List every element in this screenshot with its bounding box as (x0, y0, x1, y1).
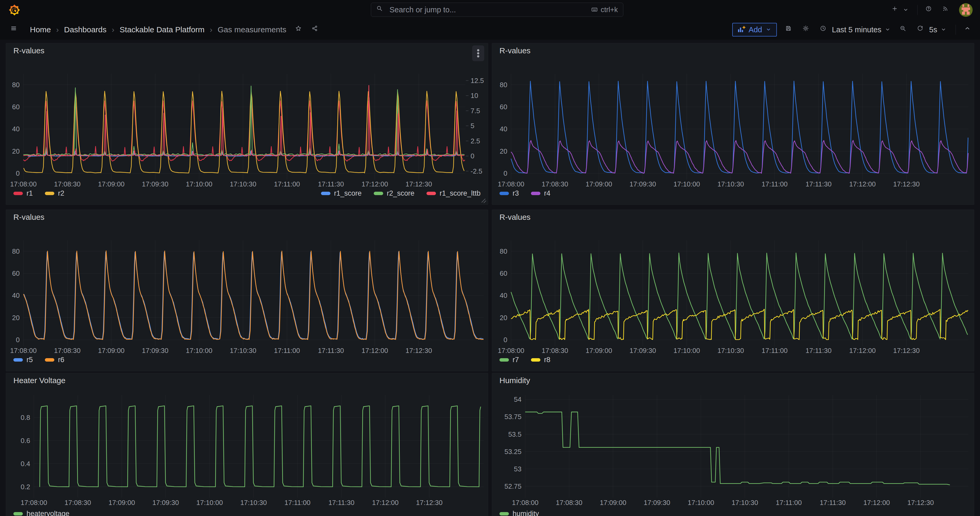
y-axis-tick-label: 60 (12, 269, 20, 277)
breadcrumb-dashboards[interactable]: Dashboards (64, 25, 107, 34)
x-axis-tick-label: 17:12:00 (849, 347, 876, 355)
y-axis-tick-label: 80 (12, 247, 20, 255)
share-button[interactable] (312, 25, 320, 34)
y-axis-tick-label: 80 (500, 247, 508, 255)
x-axis-tick-label: 17:08:00 (512, 498, 538, 506)
time-series-plot: 02040608017:08:0017:08:3017:09:0017:09:3… (6, 210, 488, 371)
legend-item-r3[interactable]: r3 (500, 190, 519, 197)
save-dashboard-button[interactable] (785, 25, 794, 34)
favorite-star-button[interactable] (295, 25, 304, 34)
y-axis-tick-label: 0 (16, 336, 20, 344)
new-button[interactable] (892, 5, 909, 14)
series-line-heatervoltage (40, 406, 481, 487)
breadcrumb-current[interactable]: Gas measurements (218, 25, 286, 34)
legend-color-pill (531, 358, 540, 362)
legend-item-r2_score[interactable]: r2_score (374, 190, 414, 197)
breadcrumb-home[interactable]: Home (30, 25, 51, 34)
legend-item-heatervoltage[interactable]: heatervoltage (13, 510, 70, 516)
y-axis-tick-label: 0 (504, 336, 508, 344)
right-y-axis-tick-label: 10 (471, 92, 478, 100)
x-axis-tick-label: 17:11:30 (819, 498, 846, 506)
legend-item-r6[interactable]: r6 (45, 356, 64, 364)
save-icon (785, 25, 794, 34)
legend-color-pill (500, 512, 509, 516)
legend-item-r1_score[interactable]: r1_score (321, 190, 362, 197)
x-axis-tick-label: 17:11:30 (318, 347, 344, 355)
chevron-down-icon (940, 26, 947, 33)
x-axis-tick-label: 17:08:30 (542, 347, 568, 355)
x-axis-tick-label: 17:10:00 (687, 498, 714, 506)
y-axis-tick-label: 53.75 (504, 413, 522, 421)
panel-legend: r7r8 (500, 356, 967, 364)
y-axis-tick-label: 0.6 (21, 437, 30, 444)
dashboard-grid: R-values020406080-2.502.557.51012.517:08… (0, 40, 980, 516)
right-y-axis-tick-label: 12.5 (471, 77, 484, 84)
y-axis-tick-label: 40 (500, 291, 508, 299)
x-axis-tick-label: 17:10:30 (732, 498, 758, 506)
x-axis-tick-label: 17:11:30 (328, 498, 354, 506)
series-line-r4 (511, 140, 968, 174)
grafana-logo[interactable] (8, 4, 21, 16)
x-axis-tick-label: 17:09:00 (108, 498, 135, 506)
legend-item-humidity[interactable]: humidity (500, 510, 539, 516)
search-placeholder: Search or jump to... (390, 5, 591, 14)
help-button[interactable] (926, 5, 934, 14)
x-axis-tick-label: 17:08:30 (54, 347, 81, 355)
legend-item-r1_score_lttb[interactable]: r1_score_lttb (426, 190, 480, 197)
right-y-axis-tick-label: 2.5 (471, 137, 480, 145)
legend-item-r1[interactable]: r1 (13, 190, 33, 197)
legend-item-r2[interactable]: r2 (45, 190, 64, 197)
x-axis-tick-label: 17:08:00 (10, 347, 37, 355)
time-series-plot: 02040608017:08:0017:08:3017:09:0017:09:3… (492, 210, 975, 371)
x-axis-tick-label: 17:11:30 (805, 347, 832, 355)
x-axis-tick-label: 17:10:00 (186, 347, 212, 355)
series-line-r7 (511, 253, 968, 339)
gear-icon (803, 25, 811, 34)
y-axis-tick-label: 20 (12, 314, 20, 322)
user-avatar[interactable] (959, 3, 973, 17)
time-range-label: Last 5 minutes (832, 25, 881, 34)
time-series-plot: 02040608017:08:0017:08:3017:09:0017:09:3… (492, 43, 975, 205)
mega-menu-button[interactable] (11, 25, 19, 34)
y-axis-tick-label: 60 (12, 103, 20, 111)
legend-color-pill (13, 512, 23, 516)
x-axis-tick-label: 17:09:30 (644, 498, 670, 506)
news-button[interactable] (942, 5, 951, 14)
y-axis-tick-label: 80 (500, 81, 508, 89)
x-axis-tick-label: 17:08:30 (65, 498, 91, 506)
share-icon (312, 25, 320, 34)
dashboard-settings-button[interactable] (803, 25, 811, 34)
time-range-picker[interactable]: Last 5 minutes (820, 25, 892, 34)
panel-resize-handle[interactable] (482, 199, 486, 203)
chevron-down-icon (765, 26, 772, 33)
series-line-r6 (24, 251, 484, 339)
breadcrumb-folder[interactable]: Stackable Data Platform (120, 25, 204, 34)
collapse-toolbar-button[interactable] (964, 25, 973, 34)
hamburger-icon (11, 25, 19, 34)
x-axis-tick-label: 17:11:30 (318, 180, 344, 188)
time-series-plot: 52.755353.2553.553.755417:08:0017:08:301… (492, 373, 975, 516)
x-axis-tick-label: 17:12:30 (893, 180, 920, 188)
chevron-down-icon (902, 6, 909, 13)
legend-item-r8[interactable]: r8 (531, 356, 550, 364)
x-axis-tick-label: 17:10:30 (230, 347, 256, 355)
add-panel-icon (737, 25, 745, 34)
legend-item-r4[interactable]: r4 (531, 190, 550, 197)
search-input[interactable]: Search or jump to... ctrl+k (371, 3, 623, 17)
x-axis-tick-label: 17:09:30 (153, 498, 179, 506)
legend-color-pill (426, 192, 436, 195)
x-axis-tick-label: 17:11:00 (762, 347, 788, 355)
x-axis-tick-label: 17:11:00 (776, 498, 802, 506)
x-axis-tick-label: 17:10:30 (717, 180, 744, 188)
refresh-interval-label: 5s (929, 25, 937, 34)
panel-legend: r3r4 (500, 190, 967, 197)
legend-item-r7[interactable]: r7 (500, 356, 519, 364)
x-axis-tick-label: 17:08:00 (498, 180, 524, 188)
zoom-out-button[interactable] (900, 25, 908, 34)
refresh-picker[interactable]: 5s (917, 25, 947, 34)
breadcrumb: Home › Dashboards › Stackable Data Platf… (30, 25, 286, 34)
add-panel-button[interactable]: Add (732, 23, 777, 37)
x-axis-tick-label: 17:12:30 (406, 180, 432, 188)
legend-item-r5[interactable]: r5 (13, 356, 33, 364)
top-nav-bar: Search or jump to... ctrl+k (0, 0, 980, 20)
